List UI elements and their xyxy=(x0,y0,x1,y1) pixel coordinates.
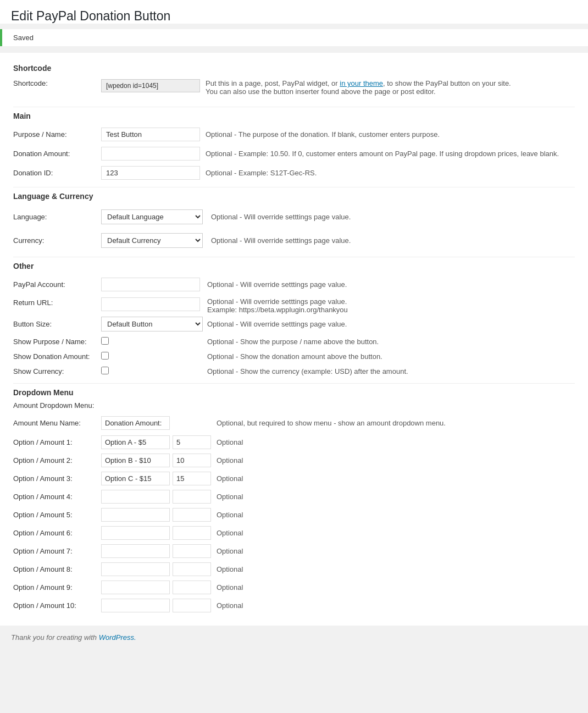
option-help-1: Optional xyxy=(217,451,575,469)
option-name-input-3[interactable] xyxy=(101,490,170,504)
donation-id-label: Donation ID: xyxy=(13,163,101,183)
option-help-3: Optional xyxy=(217,488,575,506)
option-name-cell-7 xyxy=(101,560,173,578)
amount-menu-name-input-cell xyxy=(101,414,173,432)
purpose-input-cell xyxy=(101,125,206,144)
footer-link[interactable]: WordPress. xyxy=(99,633,136,642)
option-amount-input-4[interactable] xyxy=(173,508,211,522)
option-help-9: Optional xyxy=(217,596,575,615)
option-amount-cell-7 xyxy=(173,560,217,578)
show-purpose-help: Optional - Show the purpose / name above… xyxy=(207,334,575,349)
option-name-cell-1 xyxy=(101,451,173,469)
currency-select[interactable]: Default Currency USD EUR GBP CAD xyxy=(101,233,203,248)
purpose-label: Purpose / Name: xyxy=(13,125,101,144)
amount-menu-name-input[interactable] xyxy=(101,416,170,430)
dropdown-option-row: Option / Amount 6: Optional xyxy=(13,524,575,542)
option-name-input-7[interactable] xyxy=(101,562,170,576)
option-name-input-8[interactable] xyxy=(101,581,170,594)
option-name-input-9[interactable] xyxy=(101,599,170,612)
amount-menu-name-spacer xyxy=(173,414,217,432)
shortcode-input-cell xyxy=(101,77,206,98)
dropdown-option-row: Option / Amount 5: Optional xyxy=(13,506,575,524)
button-size-select-cell: Default Button Small Medium Large xyxy=(101,314,207,334)
return-url-label: Return URL: xyxy=(13,294,101,314)
option-label-1: Option / Amount 2: xyxy=(13,451,101,469)
footer: Thank you for creating with WordPress. xyxy=(0,626,588,649)
dropdown-menu-section: Dropdown Menu Amount Dropdown Menu: Amou… xyxy=(13,388,575,615)
option-amount-cell-6 xyxy=(173,542,217,560)
divider-1 xyxy=(13,107,575,107)
dropdown-option-row: Option / Amount 1: Optional xyxy=(13,433,575,451)
dropdown-option-row: Option / Amount 3: Optional xyxy=(13,469,575,488)
button-size-select[interactable]: Default Button Small Medium Large xyxy=(101,317,203,331)
option-amount-input-2[interactable] xyxy=(173,472,211,485)
option-label-8: Option / Amount 9: xyxy=(13,578,101,596)
option-name-input-2[interactable] xyxy=(101,472,170,485)
show-donation-amount-help: Optional - Show the donation amount abov… xyxy=(207,349,575,364)
option-amount-cell-2 xyxy=(173,469,217,488)
donation-id-input[interactable] xyxy=(101,166,200,180)
show-purpose-checkbox[interactable] xyxy=(101,337,109,345)
option-amount-input-8[interactable] xyxy=(173,581,211,594)
option-label-3: Option / Amount 4: xyxy=(13,488,101,506)
dropdown-option-row: Option / Amount 10: Optional xyxy=(13,596,575,615)
saved-notice: Saved xyxy=(0,29,588,46)
language-select-cell: Default Language English Spanish French … xyxy=(101,205,211,229)
purpose-input[interactable] xyxy=(101,128,200,141)
paypal-account-input[interactable] xyxy=(101,278,200,291)
shortcode-input[interactable] xyxy=(101,79,200,92)
language-label: Language: xyxy=(13,205,101,229)
option-amount-cell-0 xyxy=(173,433,217,451)
language-select[interactable]: Default Language English Spanish French … xyxy=(101,209,203,224)
main-content: Shortcode Shortcode: Put this in a page,… xyxy=(0,53,588,626)
donation-amount-input[interactable] xyxy=(101,147,200,161)
divider-2 xyxy=(13,187,575,187)
show-currency-label: Show Currency: xyxy=(13,364,101,379)
paypal-account-help: Optional - Will override setttings page … xyxy=(207,275,575,294)
option-name-input-6[interactable] xyxy=(101,544,170,558)
button-size-label: Button Size: xyxy=(13,314,101,334)
option-amount-input-5[interactable] xyxy=(173,526,211,540)
option-name-input-1[interactable] xyxy=(101,454,170,467)
option-amount-cell-4 xyxy=(173,506,217,524)
dropdown-options-container: Option / Amount 1: Optional Option / Amo… xyxy=(13,433,575,615)
purpose-help: Optional - The purpose of the donation. … xyxy=(206,125,575,144)
option-name-cell-0 xyxy=(101,433,173,451)
option-amount-input-3[interactable] xyxy=(173,490,211,504)
option-label-4: Option / Amount 5: xyxy=(13,506,101,524)
paypal-account-label: PayPal Account: xyxy=(13,275,101,294)
donation-amount-input-cell xyxy=(101,144,206,163)
option-name-input-0[interactable] xyxy=(101,435,170,449)
option-amount-input-6[interactable] xyxy=(173,544,211,558)
option-name-input-5[interactable] xyxy=(101,526,170,540)
dropdown-option-row: Option / Amount 4: Optional xyxy=(13,488,575,506)
option-amount-input-9[interactable] xyxy=(173,599,211,612)
currency-select-cell: Default Currency USD EUR GBP CAD xyxy=(101,229,211,252)
option-amount-cell-9 xyxy=(173,596,217,615)
show-donation-amount-checkbox[interactable] xyxy=(101,352,109,360)
option-amount-input-1[interactable] xyxy=(173,454,211,467)
option-label-9: Option / Amount 10: xyxy=(13,596,101,615)
show-currency-checkbox[interactable] xyxy=(101,367,109,374)
option-label-7: Option / Amount 8: xyxy=(13,560,101,578)
amount-dropdown-label: Amount Dropdown Menu: xyxy=(13,401,575,410)
donation-amount-help: Optional - Example: 10.50. If 0, custome… xyxy=(206,144,575,163)
dropdown-option-row: Option / Amount 7: Optional xyxy=(13,542,575,560)
donation-id-input-cell xyxy=(101,163,206,183)
option-name-input-4[interactable] xyxy=(101,508,170,522)
shortcode-theme-link[interactable]: in your theme xyxy=(340,79,383,87)
option-amount-input-7[interactable] xyxy=(173,562,211,576)
option-amount-input-0[interactable] xyxy=(173,435,211,449)
donation-id-help: Optional - Example: S12T-Gec-RS. xyxy=(206,163,575,183)
option-label-2: Option / Amount 3: xyxy=(13,469,101,488)
show-donation-amount-check-cell xyxy=(101,349,207,364)
show-currency-check-cell xyxy=(101,364,207,379)
return-url-input[interactable] xyxy=(101,297,200,311)
option-name-cell-4 xyxy=(101,506,173,524)
dropdown-option-row: Option / Amount 9: Optional xyxy=(13,578,575,596)
currency-help: Optional - Will override setttings page … xyxy=(211,229,575,252)
option-amount-cell-5 xyxy=(173,524,217,542)
language-currency-title: Language & Currency xyxy=(13,192,575,201)
dropdown-option-row: Option / Amount 8: Optional xyxy=(13,560,575,578)
page-header: Edit PayPal Donation Button Saved xyxy=(0,0,588,46)
